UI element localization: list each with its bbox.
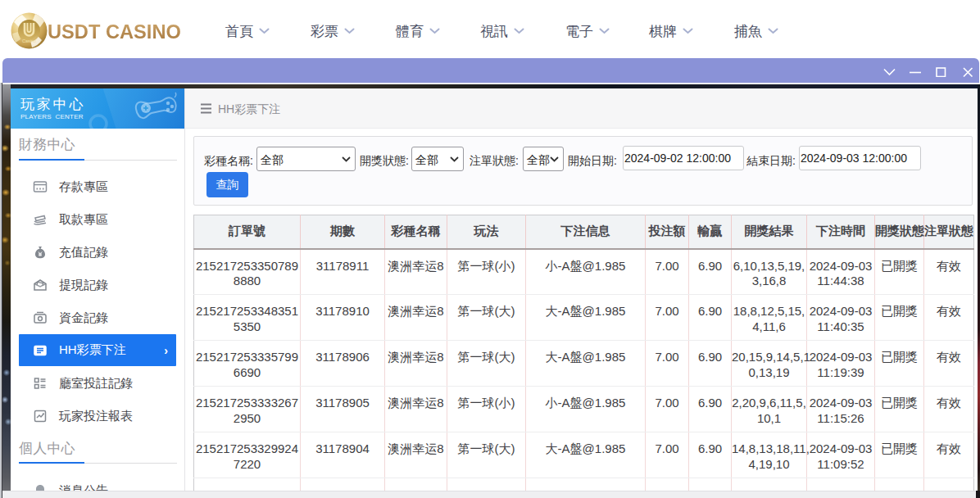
svg-text:Casino: Casino [22,38,36,43]
